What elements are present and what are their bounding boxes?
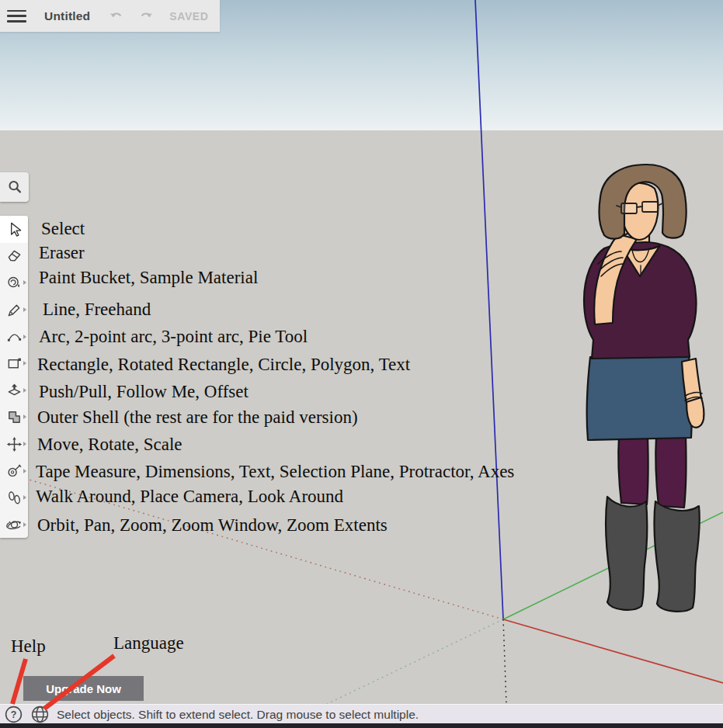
orbit-icon: [6, 516, 23, 532]
annotation-walk: Walk Around, Place Camera, Look Around: [36, 487, 343, 507]
bottom-edge-strip: [0, 723, 723, 728]
tool-arc[interactable]: [0, 323, 28, 350]
person-left-boot: [606, 497, 647, 610]
annotation-help: Help: [11, 636, 46, 657]
question-mark-icon: ?: [11, 709, 17, 720]
annotation-push-pull: Push/Pull, Follow Me, Offset: [39, 382, 249, 402]
flyout-arrow-icon: [23, 280, 26, 285]
flyout-arrow-icon: [23, 522, 26, 527]
tool-tape-measure[interactable]: [0, 457, 28, 484]
red-axis-line: [503, 619, 723, 683]
tool-move[interactable]: [0, 431, 28, 458]
tool-walk[interactable]: [0, 484, 28, 511]
status-message: Select objects. Shift to extend select. …: [57, 708, 419, 722]
flyout-arrow-icon: [23, 307, 26, 312]
language-button[interactable]: [31, 705, 49, 723]
globe-icon: [33, 707, 48, 723]
move-icon: [6, 436, 23, 452]
outer-shell-icon: [6, 409, 23, 425]
annotation-line: Line, Freehand: [43, 300, 151, 320]
annotation-eraser: Eraser: [39, 243, 85, 263]
arc-icon: [6, 328, 23, 345]
person-left-leg: [618, 436, 648, 504]
flyout-arrow-icon: [23, 335, 26, 339]
help-button[interactable]: ?: [5, 705, 23, 723]
flyout-arrow-icon: [23, 469, 26, 473]
undo-icon[interactable]: [109, 9, 124, 23]
upgrade-now-button[interactable]: Upgrade Now: [23, 676, 144, 701]
saved-status-badge: SAVED: [169, 10, 208, 23]
flyout-arrow-icon: [23, 442, 26, 446]
tool-orbit[interactable]: [0, 511, 28, 539]
annotation-orbit: Orbit, Pan, Zoom, Zoom Window, Zoom Exte…: [37, 515, 388, 536]
tool-outer-shell[interactable]: [0, 404, 28, 431]
person-skirt: [587, 355, 692, 440]
redo-icon[interactable]: [138, 9, 154, 23]
tool-push-pull[interactable]: [0, 377, 28, 404]
hamburger-menu-icon[interactable]: [7, 10, 26, 23]
paint-bucket-icon: [6, 275, 23, 291]
annotation-tape: Tape Measure, Dimensions, Text, Selectio…: [36, 462, 514, 482]
eraser-icon: [6, 248, 23, 264]
person-hand: [687, 397, 704, 428]
scale-figure-person[interactable]: [575, 163, 718, 617]
tool-eraser[interactable]: [0, 243, 28, 270]
header-bar: Untitled SAVED: [0, 0, 220, 32]
flyout-arrow-icon: [23, 361, 26, 366]
annotation-arc: Arc, 2-point arc, 3-point arc, Pie Tool: [39, 327, 308, 347]
annotation-rectangle: Rectangle, Rotated Rectangle, Circle, Po…: [37, 355, 410, 375]
tape-measure-icon: [6, 463, 23, 479]
annotation-language: Language: [113, 633, 184, 653]
rectangle-icon: [6, 355, 23, 372]
tool-rectangle[interactable]: [0, 350, 28, 377]
document-title[interactable]: Untitled: [44, 9, 90, 23]
tool-paint-bucket[interactable]: [0, 269, 28, 296]
walk-footprints-icon: [6, 490, 23, 506]
flyout-arrow-icon: [23, 388, 26, 393]
tool-palette: [0, 216, 28, 538]
green-axis-negative-dotted: [327, 619, 503, 704]
search-icon: [7, 179, 23, 195]
annotation-outer-shell: Outer Shell (the rest are for the paid v…: [37, 407, 358, 428]
tool-line[interactable]: [0, 296, 28, 324]
tool-select[interactable]: [0, 216, 28, 243]
select-cursor-icon: [6, 221, 23, 237]
annotation-paint: Paint Bucket, Sample Material: [39, 268, 258, 288]
annotation-move: Move, Rotate, Scale: [37, 435, 182, 455]
person-right-boot: [654, 501, 699, 612]
sketchup-web-app: Untitled SAVED: [0, 0, 723, 728]
search-button[interactable]: [0, 172, 29, 202]
blue-axis-line: [475, 0, 503, 619]
push-pull-icon: [6, 382, 23, 398]
annotation-select: Select: [41, 219, 85, 239]
person-right-leg: [655, 436, 686, 508]
pencil-line-icon: [6, 302, 23, 318]
flyout-arrow-icon: [23, 495, 26, 500]
flyout-arrow-icon: [23, 414, 26, 419]
status-bar: ? Select objects. Shift to extend select…: [0, 704, 723, 724]
blue-axis-negative-dotted: [503, 619, 506, 704]
